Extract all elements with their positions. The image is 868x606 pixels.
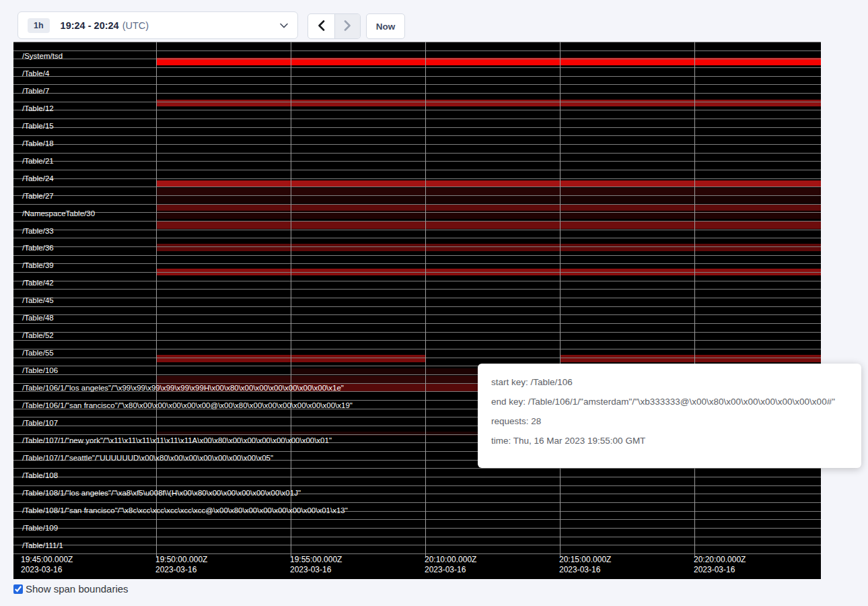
- span-boundary-line: [13, 477, 821, 477]
- span-boundary-line: [13, 212, 821, 213]
- span-boundary-line: [13, 187, 821, 187]
- span-boundary-line: [13, 230, 821, 230]
- time-grid-line: [560, 42, 560, 557]
- row-label: /Table/108: [22, 471, 58, 479]
- tooltip-requests: requests: 28: [491, 416, 861, 426]
- row-label: /Table/45: [22, 296, 54, 304]
- span-boundary-line: [13, 59, 821, 59]
- span-tooltip: start key: /Table/106 end key: /Table/10…: [478, 364, 861, 468]
- row-label: /Table/106/1/"san francisco"/"\x80\x00\x…: [22, 401, 353, 409]
- heat-band[interactable]: [156, 195, 821, 203]
- row-label: /Table/111/1: [22, 541, 63, 549]
- row-label: /Table/7: [22, 87, 49, 95]
- row-label: /Table/52: [22, 331, 54, 339]
- row-label: /Table/15: [22, 122, 54, 130]
- show-span-boundaries-control[interactable]: Show span boundaries: [13, 583, 129, 595]
- row-label: /Table/106/1/"los angeles"/"\x99\x99\x99…: [22, 384, 344, 392]
- span-boundary-line: [13, 93, 821, 94]
- span-boundary-line: [13, 537, 821, 537]
- row-label: /Table/24: [22, 174, 54, 182]
- row-label: /System/tsd: [22, 52, 63, 60]
- chevron-right-icon: [344, 20, 351, 33]
- x-axis-tick: 19:50:00.000Z2023-03-16: [155, 555, 207, 575]
- span-boundary-line: [13, 76, 821, 77]
- span-boundary-line: [13, 358, 821, 358]
- heat-band[interactable]: [560, 355, 821, 362]
- time-grid-line: [425, 42, 426, 557]
- key-visualizer-canvas[interactable]: 19:45:00.000Z2023-03-1619:50:00.000Z2023…: [13, 42, 821, 579]
- time-range-label: 19:24 - 20:24: [61, 20, 119, 31]
- span-boundary-line: [13, 332, 821, 333]
- time-grid-line: [694, 42, 695, 557]
- tooltip-start-key: start key: /Table/106: [491, 377, 861, 387]
- show-span-boundaries-checkbox[interactable]: [13, 584, 23, 594]
- x-axis-tick: 20:20:00.000Z2023-03-16: [694, 555, 746, 575]
- row-label: /Table/55: [22, 349, 54, 357]
- chevron-down-icon: [280, 23, 288, 28]
- row-label: /Table/107/1/"seattle"/"UUUUUUD\x00\x80\…: [22, 454, 273, 462]
- heat-band[interactable]: [156, 188, 821, 195]
- span-boundary-line: [13, 102, 821, 102]
- prev-range-button[interactable]: [308, 14, 334, 38]
- row-label: /NamespaceTable/30: [22, 209, 95, 217]
- span-boundary-line: [13, 545, 821, 545]
- span-boundary-line: [13, 298, 821, 298]
- x-axis-tick: 20:15:00.000Z2023-03-16: [559, 555, 611, 575]
- row-label: /Table/109: [22, 524, 58, 532]
- row-label: /Table/108/1/"san francisco"/"\x8c\xcc\x…: [22, 506, 348, 514]
- span-boundary-line: [13, 153, 821, 154]
- span-boundary-line: [13, 468, 821, 469]
- row-label: /Table/107/1/"new york"/"\x11\x11\x11\x1…: [22, 436, 332, 444]
- span-boundary-line: [13, 110, 821, 110]
- x-axis-tick: 19:55:00.000Z2023-03-16: [290, 555, 342, 575]
- row-label: /Table/42: [22, 279, 54, 287]
- span-boundary-line: [13, 170, 821, 170]
- span-boundary-line: [13, 485, 821, 486]
- time-grid-line: [156, 42, 157, 557]
- now-button[interactable]: Now: [366, 13, 405, 39]
- span-boundary-line: [13, 289, 821, 290]
- row-label: /Table/48: [22, 314, 54, 322]
- span-boundary-line: [13, 323, 821, 324]
- span-boundary-line: [13, 144, 821, 145]
- row-label: /Table/21: [22, 157, 54, 165]
- heat-band[interactable]: [156, 221, 821, 229]
- show-span-boundaries-label: Show span boundaries: [26, 583, 129, 595]
- span-boundary-line: [13, 255, 821, 256]
- time-range-dropdown[interactable]: 1h 19:24 - 20:24 (UTC): [17, 11, 298, 39]
- next-range-button[interactable]: [334, 14, 361, 38]
- span-boundary-line: [13, 204, 821, 205]
- toolbar: 1h 19:24 - 20:24 (UTC) Now: [0, 0, 868, 42]
- heat-band[interactable]: [156, 244, 821, 251]
- row-label: /Table/18: [22, 139, 54, 147]
- span-boundary-line: [13, 306, 821, 307]
- span-boundary-line: [13, 528, 821, 529]
- row-label: /Table/12: [22, 104, 54, 112]
- span-boundary-line: [13, 238, 821, 238]
- span-boundary-line: [13, 263, 821, 264]
- chevron-left-icon: [318, 20, 325, 33]
- time-range-duration-badge: 1h: [28, 18, 50, 33]
- row-label: /Table/33: [22, 227, 54, 235]
- row-label: /Table/27: [22, 192, 54, 200]
- span-boundary-line: [13, 519, 821, 520]
- span-boundary-line: [13, 349, 821, 349]
- span-boundary-line: [13, 84, 821, 85]
- span-boundary-line: [13, 281, 821, 281]
- row-label: /Table/4: [22, 69, 49, 77]
- span-boundary-line: [13, 127, 821, 128]
- x-axis-tick: 19:45:00.000Z2023-03-16: [21, 555, 73, 575]
- heat-band[interactable]: [156, 100, 821, 106]
- row-label: /Table/36: [22, 244, 54, 252]
- span-boundary-line: [13, 246, 821, 247]
- heat-band[interactable]: [156, 204, 821, 211]
- span-boundary-line: [13, 178, 821, 179]
- row-label: /Table/39: [22, 261, 54, 269]
- span-boundary-line: [13, 502, 821, 503]
- span-boundary-line: [13, 119, 821, 119]
- span-boundary-line: [13, 67, 821, 68]
- range-nav-button-group: [308, 13, 361, 39]
- span-boundary-line: [13, 221, 821, 222]
- row-label: /Table/106: [22, 366, 58, 374]
- tooltip-time: time: Thu, 16 Mar 2023 19:55:00 GMT: [491, 436, 861, 446]
